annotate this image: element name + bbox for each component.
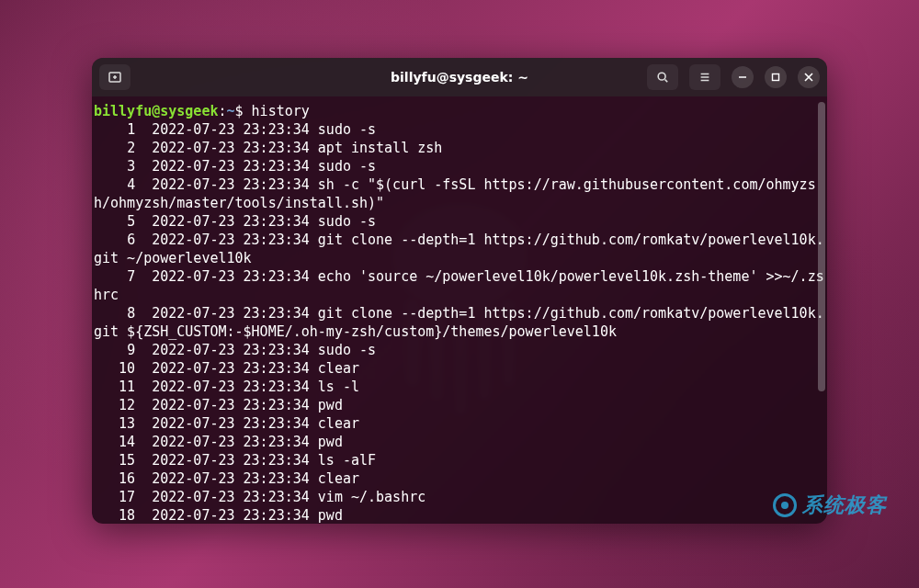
scrollbar-thumb[interactable] (818, 102, 825, 391)
menu-button[interactable] (689, 64, 720, 90)
watermark-icon (773, 493, 797, 517)
prompt-command: history (252, 103, 310, 119)
svg-point-7 (658, 73, 665, 80)
window-title: billyfu@sysgeek: ~ (391, 70, 528, 85)
svg-rect-8 (773, 74, 779, 81)
terminal-window: billyfu@sysgeek: ~ billyfu@sy (92, 58, 827, 524)
history-list: 1 2022-07-23 23:23:34 sudo -s 2 2022-07-… (94, 121, 824, 524)
watermark: 系统极客 (773, 492, 887, 519)
prompt-path: ~ (227, 103, 235, 119)
close-button[interactable] (798, 66, 820, 88)
minimize-button[interactable] (732, 66, 754, 88)
prompt-colon: : (218, 103, 226, 119)
prompt-user-host: billyfu@sysgeek (94, 103, 218, 119)
watermark-text: 系统极客 (802, 492, 887, 519)
window-titlebar: billyfu@sysgeek: ~ (92, 58, 827, 96)
new-tab-button[interactable] (99, 64, 130, 90)
prompt-dollar: $ (235, 103, 244, 119)
terminal-output[interactable]: billyfu@sysgeek:~$ history 1 2022-07-23 … (92, 96, 827, 524)
search-button[interactable] (647, 64, 678, 90)
maximize-button[interactable] (765, 66, 787, 88)
